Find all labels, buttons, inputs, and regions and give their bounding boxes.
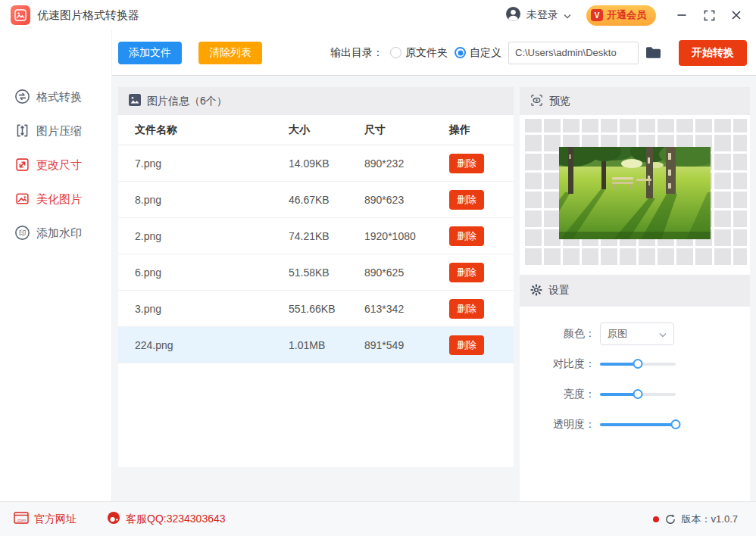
row-actions: 删除	[449, 335, 514, 355]
minimize-button[interactable]	[674, 8, 689, 23]
slider-thumb[interactable]	[671, 419, 681, 429]
app-title: 优速图片格式转换器	[37, 8, 139, 23]
folder-browse-icon[interactable]	[645, 46, 661, 59]
footer: .com 官方网址 客服QQ:3234303643	[0, 501, 756, 536]
table-header-row: 文件名称 大小 尺寸 操作	[118, 115, 514, 145]
delete-button[interactable]: 删除	[449, 335, 484, 355]
sidebar-item-label: 美化图片	[36, 192, 82, 207]
image-info-icon	[129, 94, 141, 108]
contrast-slider[interactable]	[600, 363, 676, 366]
svg-text:.com: .com	[16, 518, 26, 522]
output-path-input[interactable]	[508, 42, 639, 64]
file-size: 46.67KB	[289, 194, 364, 206]
color-row: 颜色： 原图	[520, 319, 750, 349]
status-dot	[653, 516, 659, 522]
sidebar-item-watermark[interactable]: 印 添加水印	[0, 217, 111, 251]
user-account-button[interactable]: 未登录	[505, 6, 571, 25]
check-update-icon[interactable]	[665, 514, 676, 525]
user-avatar-icon	[505, 6, 521, 25]
settings-title: 设置	[548, 284, 570, 298]
radio-icon	[390, 47, 401, 58]
right-panel: 预览	[520, 87, 750, 501]
table-row[interactable]: 224.png1.01MB891*549删除	[118, 327, 514, 363]
sidebar-item-format-convert[interactable]: 格式转换	[0, 80, 111, 114]
website-label: 官方网址	[34, 513, 77, 526]
compress-icon	[14, 123, 30, 141]
radio-custom-label: 自定义	[470, 46, 501, 60]
row-actions: 删除	[449, 154, 514, 173]
delete-button[interactable]: 删除	[449, 299, 484, 319]
chevron-down-icon	[659, 329, 667, 340]
transparency-checkerboard	[523, 119, 747, 267]
gear-icon	[530, 284, 542, 298]
col-size: 大小	[289, 123, 364, 137]
app-window: 优速图片格式转换器 未登录 V 开通会员	[0, 0, 756, 536]
svg-text:印: 印	[19, 228, 26, 236]
table-row[interactable]: 8.png46.67KB890*623删除	[118, 182, 514, 218]
vip-label: 开通会员	[607, 8, 646, 22]
slider-fill	[600, 423, 676, 426]
table-row[interactable]: 6.png51.58KB890*625删除	[118, 254, 514, 291]
delete-button[interactable]: 删除	[449, 226, 484, 246]
preview-image	[559, 147, 711, 239]
radio-custom-folder[interactable]: 自定义	[455, 46, 501, 60]
app-logo-icon	[11, 5, 30, 25]
resize-icon	[14, 157, 30, 175]
opacity-slider[interactable]	[600, 423, 676, 426]
support-qq-link[interactable]: 客服QQ:3234303643	[107, 511, 226, 527]
file-dimensions: 890*625	[364, 266, 449, 279]
row-actions: 删除	[449, 190, 514, 210]
file-size: 551.66KB	[289, 303, 364, 315]
content: 图片信息（6个） 文件名称 大小 尺寸 操作 7.png14.09KB890*2…	[112, 76, 756, 501]
sidebar: 格式转换 图片压缩 更改尺寸	[0, 30, 112, 501]
official-website-link[interactable]: .com 官方网址	[14, 512, 77, 526]
table-row[interactable]: 2.png74.21KB1920*1080删除	[118, 218, 514, 254]
sidebar-item-label: 添加水印	[36, 226, 82, 241]
titlebar: 优速图片格式转换器 未登录 V 开通会员	[0, 0, 756, 30]
file-name: 6.png	[118, 266, 289, 279]
sidebar-item-label: 更改尺寸	[36, 158, 82, 173]
opacity-row: 透明度：	[520, 410, 750, 440]
watermark-icon: 印	[14, 225, 30, 243]
brightness-row: 亮度：	[520, 379, 750, 410]
delete-button[interactable]: 删除	[449, 263, 484, 282]
close-button[interactable]	[729, 8, 744, 23]
file-dimensions: 1920*1080	[364, 230, 449, 242]
slider-thumb[interactable]	[633, 359, 643, 369]
sidebar-item-beautify[interactable]: 美化图片	[0, 182, 111, 217]
contrast-label: 对比度：	[520, 357, 595, 371]
clear-list-button[interactable]: 清除列表	[198, 42, 262, 64]
start-convert-button[interactable]: 开始转换	[679, 40, 747, 66]
qq-label: 客服QQ:3234303643	[126, 513, 226, 526]
table-row[interactable]: 3.png551.66KB613*342删除	[118, 291, 514, 327]
settings-body: 颜色： 原图 对比度：	[520, 307, 750, 440]
sidebar-item-label: 格式转换	[36, 90, 82, 104]
col-filename: 文件名称	[118, 123, 289, 137]
chevron-down-icon	[564, 8, 571, 22]
file-size: 51.58KB	[289, 266, 364, 279]
maximize-button[interactable]	[701, 8, 717, 23]
beautify-image-icon	[14, 191, 30, 209]
radio-original-folder[interactable]: 原文件夹	[390, 46, 448, 60]
sidebar-item-label: 图片压缩	[36, 124, 82, 139]
vip-button[interactable]: V 开通会员	[586, 5, 656, 26]
sidebar-item-image-compress[interactable]: 图片压缩	[0, 114, 111, 148]
contrast-row: 对比度：	[520, 349, 750, 379]
slider-thumb[interactable]	[633, 389, 643, 399]
website-icon: .com	[14, 512, 29, 526]
radio-checked-icon	[455, 47, 466, 58]
brightness-slider[interactable]	[600, 393, 676, 396]
preview-header: 预览	[520, 87, 750, 115]
file-size: 74.21KB	[289, 230, 364, 242]
color-select[interactable]: 原图	[600, 323, 674, 345]
sidebar-item-resize[interactable]: 更改尺寸	[0, 148, 111, 182]
file-size: 14.09KB	[289, 157, 364, 170]
login-status-label: 未登录	[526, 8, 558, 22]
delete-button[interactable]: 删除	[449, 190, 484, 210]
preview-title: 预览	[549, 95, 570, 108]
delete-button[interactable]: 删除	[449, 154, 484, 173]
table-row[interactable]: 7.png14.09KB890*232删除	[118, 145, 514, 182]
add-files-button[interactable]: 添加文件	[118, 42, 182, 64]
table-section-header: 图片信息（6个）	[118, 87, 514, 115]
slider-fill	[600, 363, 638, 366]
